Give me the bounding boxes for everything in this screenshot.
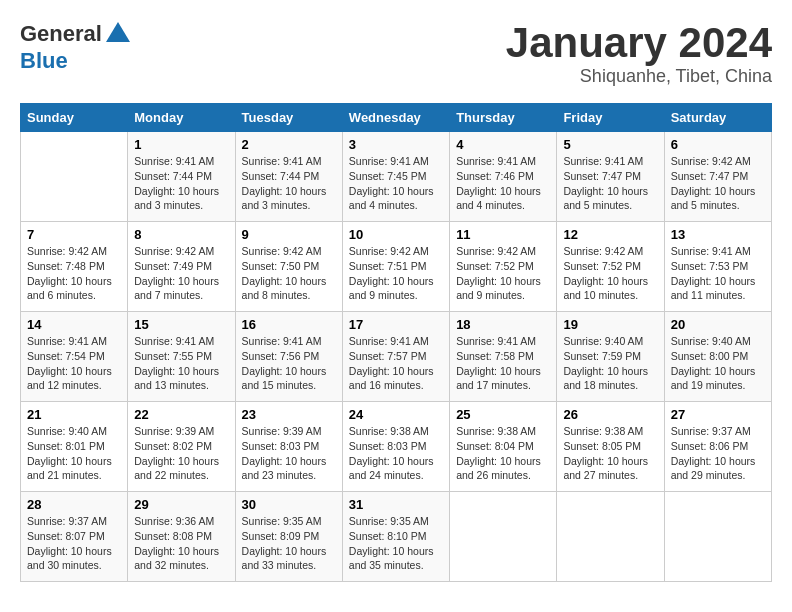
day-info: Sunrise: 9:41 AMSunset: 7:54 PMDaylight:… (27, 334, 121, 393)
title-section: January 2024 Shiquanhe, Tibet, China (506, 20, 772, 87)
day-number: 16 (242, 317, 336, 332)
day-number: 9 (242, 227, 336, 242)
day-info: Sunrise: 9:41 AMSunset: 7:55 PMDaylight:… (134, 334, 228, 393)
table-row: 17Sunrise: 9:41 AMSunset: 7:57 PMDayligh… (342, 312, 449, 402)
table-row: 7Sunrise: 9:42 AMSunset: 7:48 PMDaylight… (21, 222, 128, 312)
day-number: 7 (27, 227, 121, 242)
table-row: 1Sunrise: 9:41 AMSunset: 7:44 PMDaylight… (128, 132, 235, 222)
day-number: 29 (134, 497, 228, 512)
table-row: 30Sunrise: 9:35 AMSunset: 8:09 PMDayligh… (235, 492, 342, 582)
logo-blue-text: Blue (20, 48, 68, 74)
logo: General Blue (20, 20, 132, 74)
day-info: Sunrise: 9:36 AMSunset: 8:08 PMDaylight:… (134, 514, 228, 573)
day-info: Sunrise: 9:38 AMSunset: 8:03 PMDaylight:… (349, 424, 443, 483)
day-info: Sunrise: 9:41 AMSunset: 7:58 PMDaylight:… (456, 334, 550, 393)
table-row: 23Sunrise: 9:39 AMSunset: 8:03 PMDayligh… (235, 402, 342, 492)
day-info: Sunrise: 9:38 AMSunset: 8:05 PMDaylight:… (563, 424, 657, 483)
table-row: 21Sunrise: 9:40 AMSunset: 8:01 PMDayligh… (21, 402, 128, 492)
table-row: 19Sunrise: 9:40 AMSunset: 7:59 PMDayligh… (557, 312, 664, 402)
table-row: 6Sunrise: 9:42 AMSunset: 7:47 PMDaylight… (664, 132, 771, 222)
day-info: Sunrise: 9:40 AMSunset: 8:01 PMDaylight:… (27, 424, 121, 483)
day-info: Sunrise: 9:41 AMSunset: 7:46 PMDaylight:… (456, 154, 550, 213)
day-info: Sunrise: 9:41 AMSunset: 7:56 PMDaylight:… (242, 334, 336, 393)
calendar-week-row: 14Sunrise: 9:41 AMSunset: 7:54 PMDayligh… (21, 312, 772, 402)
day-info: Sunrise: 9:35 AMSunset: 8:10 PMDaylight:… (349, 514, 443, 573)
day-number: 21 (27, 407, 121, 422)
table-row: 8Sunrise: 9:42 AMSunset: 7:49 PMDaylight… (128, 222, 235, 312)
day-number: 31 (349, 497, 443, 512)
day-number: 17 (349, 317, 443, 332)
table-row (450, 492, 557, 582)
table-row: 18Sunrise: 9:41 AMSunset: 7:58 PMDayligh… (450, 312, 557, 402)
table-row: 20Sunrise: 9:40 AMSunset: 8:00 PMDayligh… (664, 312, 771, 402)
day-number: 30 (242, 497, 336, 512)
header-saturday: Saturday (664, 104, 771, 132)
header-tuesday: Tuesday (235, 104, 342, 132)
day-info: Sunrise: 9:42 AMSunset: 7:49 PMDaylight:… (134, 244, 228, 303)
day-number: 22 (134, 407, 228, 422)
month-title: January 2024 (506, 20, 772, 66)
day-number: 2 (242, 137, 336, 152)
table-row: 14Sunrise: 9:41 AMSunset: 7:54 PMDayligh… (21, 312, 128, 402)
day-number: 4 (456, 137, 550, 152)
day-info: Sunrise: 9:42 AMSunset: 7:47 PMDaylight:… (671, 154, 765, 213)
day-number: 14 (27, 317, 121, 332)
day-number: 18 (456, 317, 550, 332)
day-info: Sunrise: 9:41 AMSunset: 7:57 PMDaylight:… (349, 334, 443, 393)
day-info: Sunrise: 9:41 AMSunset: 7:44 PMDaylight:… (242, 154, 336, 213)
day-info: Sunrise: 9:39 AMSunset: 8:03 PMDaylight:… (242, 424, 336, 483)
day-number: 19 (563, 317, 657, 332)
logo-general-text: General (20, 21, 102, 47)
day-info: Sunrise: 9:40 AMSunset: 7:59 PMDaylight:… (563, 334, 657, 393)
table-row (21, 132, 128, 222)
day-number: 12 (563, 227, 657, 242)
day-info: Sunrise: 9:41 AMSunset: 7:47 PMDaylight:… (563, 154, 657, 213)
table-row: 9Sunrise: 9:42 AMSunset: 7:50 PMDaylight… (235, 222, 342, 312)
day-number: 5 (563, 137, 657, 152)
day-number: 10 (349, 227, 443, 242)
day-info: Sunrise: 9:41 AMSunset: 7:45 PMDaylight:… (349, 154, 443, 213)
day-info: Sunrise: 9:40 AMSunset: 8:00 PMDaylight:… (671, 334, 765, 393)
day-info: Sunrise: 9:42 AMSunset: 7:50 PMDaylight:… (242, 244, 336, 303)
calendar-week-row: 28Sunrise: 9:37 AMSunset: 8:07 PMDayligh… (21, 492, 772, 582)
calendar-week-row: 1Sunrise: 9:41 AMSunset: 7:44 PMDaylight… (21, 132, 772, 222)
table-row: 26Sunrise: 9:38 AMSunset: 8:05 PMDayligh… (557, 402, 664, 492)
day-number: 28 (27, 497, 121, 512)
day-info: Sunrise: 9:35 AMSunset: 8:09 PMDaylight:… (242, 514, 336, 573)
table-row: 15Sunrise: 9:41 AMSunset: 7:55 PMDayligh… (128, 312, 235, 402)
table-row: 11Sunrise: 9:42 AMSunset: 7:52 PMDayligh… (450, 222, 557, 312)
day-info: Sunrise: 9:41 AMSunset: 7:53 PMDaylight:… (671, 244, 765, 303)
table-row: 10Sunrise: 9:42 AMSunset: 7:51 PMDayligh… (342, 222, 449, 312)
day-number: 6 (671, 137, 765, 152)
header-friday: Friday (557, 104, 664, 132)
day-number: 3 (349, 137, 443, 152)
day-number: 25 (456, 407, 550, 422)
header-sunday: Sunday (21, 104, 128, 132)
table-row: 22Sunrise: 9:39 AMSunset: 8:02 PMDayligh… (128, 402, 235, 492)
calendar-header-row: Sunday Monday Tuesday Wednesday Thursday… (21, 104, 772, 132)
day-number: 11 (456, 227, 550, 242)
table-row: 27Sunrise: 9:37 AMSunset: 8:06 PMDayligh… (664, 402, 771, 492)
day-info: Sunrise: 9:42 AMSunset: 7:52 PMDaylight:… (456, 244, 550, 303)
location-subtitle: Shiquanhe, Tibet, China (506, 66, 772, 87)
table-row: 12Sunrise: 9:42 AMSunset: 7:52 PMDayligh… (557, 222, 664, 312)
day-info: Sunrise: 9:37 AMSunset: 8:07 PMDaylight:… (27, 514, 121, 573)
page-header: General Blue January 2024 Shiquanhe, Tib… (20, 20, 772, 87)
day-number: 26 (563, 407, 657, 422)
table-row: 31Sunrise: 9:35 AMSunset: 8:10 PMDayligh… (342, 492, 449, 582)
table-row: 13Sunrise: 9:41 AMSunset: 7:53 PMDayligh… (664, 222, 771, 312)
day-info: Sunrise: 9:39 AMSunset: 8:02 PMDaylight:… (134, 424, 228, 483)
day-number: 23 (242, 407, 336, 422)
table-row: 4Sunrise: 9:41 AMSunset: 7:46 PMDaylight… (450, 132, 557, 222)
day-number: 24 (349, 407, 443, 422)
logo-icon (104, 20, 132, 48)
calendar-week-row: 21Sunrise: 9:40 AMSunset: 8:01 PMDayligh… (21, 402, 772, 492)
table-row: 29Sunrise: 9:36 AMSunset: 8:08 PMDayligh… (128, 492, 235, 582)
table-row: 3Sunrise: 9:41 AMSunset: 7:45 PMDaylight… (342, 132, 449, 222)
table-row (664, 492, 771, 582)
day-number: 27 (671, 407, 765, 422)
header-monday: Monday (128, 104, 235, 132)
svg-marker-0 (106, 22, 130, 42)
day-number: 1 (134, 137, 228, 152)
table-row: 25Sunrise: 9:38 AMSunset: 8:04 PMDayligh… (450, 402, 557, 492)
